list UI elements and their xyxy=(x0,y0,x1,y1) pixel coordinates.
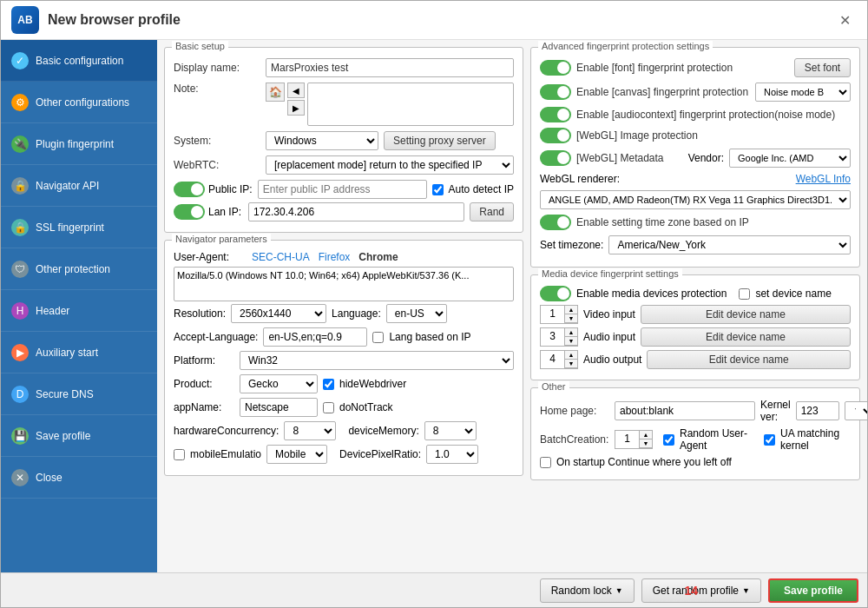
audio-output-up-btn[interactable]: ▲ xyxy=(565,351,577,360)
appname-input[interactable] xyxy=(240,398,318,417)
random-lock-arrow: ▼ xyxy=(615,586,623,595)
audio-toggle[interactable] xyxy=(540,107,571,122)
video-down-btn[interactable]: ▼ xyxy=(565,314,577,323)
home-page-input[interactable] xyxy=(615,401,755,420)
language-select[interactable]: en-US xyxy=(386,304,447,323)
audio-output-edit-btn[interactable]: Edit device name xyxy=(647,350,851,369)
note-label: Note: xyxy=(174,83,260,95)
ua-textarea[interactable]: Mozilla/5.0 (Windows NT 10.0; Win64; x64… xyxy=(174,267,514,301)
lang-based-ip-cb[interactable] xyxy=(372,332,384,343)
media-enable-toggle[interactable] xyxy=(540,286,571,301)
setting-proxy-btn[interactable]: Setting proxy server xyxy=(384,131,496,150)
vendor-select[interactable]: Google Inc. (AMD xyxy=(729,149,851,168)
dialog: AB New browser profile ✕ ✓ Basic configu… xyxy=(0,0,868,608)
set-font-btn[interactable]: Set font xyxy=(794,58,851,77)
sidebar-item-save[interactable]: 💾 Save profile xyxy=(1,415,157,457)
webrtc-select[interactable]: [replacement mode] return to the specifi… xyxy=(266,155,514,175)
right-panel: Advanced fingerprint protection settings… xyxy=(530,47,860,565)
close-button[interactable]: ✕ xyxy=(832,8,857,32)
home-page-label: Home page: xyxy=(540,405,609,417)
hide-webdriver-cb[interactable] xyxy=(323,379,334,390)
do-not-track-cb[interactable] xyxy=(323,402,334,413)
audio-output-down-btn[interactable]: ▼ xyxy=(565,360,577,368)
dm-select[interactable]: 8 xyxy=(424,421,477,440)
public-ip-toggle[interactable] xyxy=(174,182,205,197)
firefox-link[interactable]: Firefox xyxy=(319,251,351,263)
note-textarea[interactable] xyxy=(307,83,514,126)
tz-select[interactable]: America/New_York xyxy=(608,235,851,254)
sidebar-item-ssl[interactable]: 🔒 SSL fingerprint xyxy=(1,207,157,248)
kernel-ver-label: Kernel ver: xyxy=(760,399,791,423)
audio-input-label: Audio input xyxy=(583,331,635,343)
home-page-row: Home page: Kernel ver: ▼ xyxy=(540,399,851,423)
public-ip-input[interactable] xyxy=(258,180,427,199)
webgl-meta-toggle[interactable] xyxy=(540,150,571,166)
sidebar-item-label: Other protection xyxy=(36,263,110,275)
webrtc-label: WebRTC: xyxy=(174,159,260,171)
dpr-select[interactable]: 1.0 xyxy=(426,445,478,464)
font-toggle[interactable] xyxy=(540,60,571,76)
accept-lang-input[interactable] xyxy=(263,327,367,347)
canvas-toggle[interactable] xyxy=(540,84,571,100)
rand-btn[interactable]: Rand xyxy=(470,202,514,221)
note-arrow-right-btn[interactable]: ▶ xyxy=(287,100,305,116)
hw-select[interactable]: 8 xyxy=(284,421,336,440)
sidebar-item-header[interactable]: H Header xyxy=(1,290,157,332)
batch-up-btn[interactable]: ▲ xyxy=(640,431,652,439)
sidebar-item-navigator[interactable]: 🔒 Navigator API xyxy=(1,165,157,207)
ssl-icon: 🔒 xyxy=(11,219,29,236)
note-home-btn[interactable]: 🏠 xyxy=(266,83,285,102)
webgl-renderer-select[interactable]: ANGLE (AMD, AMD Radeon(TM) RX Vega 11 Gr… xyxy=(540,190,851,209)
lan-ip-toggle[interactable] xyxy=(174,204,205,220)
audio-input-up-btn[interactable]: ▲ xyxy=(565,328,577,337)
random-lock-btn[interactable]: Random lock ▼ xyxy=(540,578,635,603)
resolution-select[interactable]: 2560x1440 xyxy=(231,304,326,323)
get-random-profile-btn[interactable]: Get random profile ▼ xyxy=(641,578,761,603)
sidebar-item-other-config[interactable]: ⚙ Other configurations xyxy=(1,82,157,123)
batch-arrows: ▲ ▼ xyxy=(640,431,652,448)
display-name-input[interactable] xyxy=(266,58,514,77)
badge-count: 14 xyxy=(684,584,698,598)
random-ua-cb[interactable] xyxy=(663,434,674,446)
lan-ip-input[interactable] xyxy=(248,202,464,221)
sec-ch-ua-link[interactable]: SEC-CH-UA xyxy=(252,251,310,263)
webgl-info-link[interactable]: WebGL Info xyxy=(796,173,851,185)
audio-input-down-btn[interactable]: ▼ xyxy=(565,337,577,346)
resolution-label: Resolution: xyxy=(174,307,226,320)
audio-input-stepper: 3 ▲ ▼ xyxy=(540,327,578,347)
save-profile-btn[interactable]: Save profile xyxy=(768,578,858,603)
sidebar-item-basic[interactable]: ✓ Basic configuration xyxy=(1,40,157,82)
webgl-img-toggle[interactable] xyxy=(540,128,571,143)
tz-toggle[interactable] xyxy=(540,215,571,230)
sidebar-item-close[interactable]: ✕ Close xyxy=(1,457,157,499)
video-edit-btn[interactable]: Edit device name xyxy=(641,305,851,324)
sidebar-item-dns[interactable]: D Secure DNS xyxy=(1,373,157,415)
product-select[interactable]: Gecko xyxy=(240,374,318,393)
note-arrow-left-btn[interactable]: ◀ xyxy=(287,83,305,98)
kernel-ver-input[interactable] xyxy=(796,401,839,420)
webgl-meta-label: [WebGL] Metadata xyxy=(576,152,683,164)
video-up-btn[interactable]: ▲ xyxy=(565,306,577,314)
audio-input-edit-btn[interactable]: Edit device name xyxy=(641,327,851,347)
platform-select[interactable]: Win32 xyxy=(240,351,514,370)
startup-cb[interactable] xyxy=(540,457,551,468)
appname-row: appName: doNotTrack xyxy=(174,398,514,417)
mobile-emulation-cb[interactable] xyxy=(174,449,185,460)
sidebar-item-aux[interactable]: ▶ Auxiliary start xyxy=(1,332,157,373)
webgl-img-row: [WebGL] Image protection xyxy=(540,128,851,143)
system-select[interactable]: Windows xyxy=(266,131,378,150)
left-panel: Basic setup Display name: Note: 🏠 ◀ xyxy=(164,47,523,565)
sidebar-item-label: Header xyxy=(36,305,69,317)
sidebar-item-other-prot[interactable]: 🛡 Other protection xyxy=(1,248,157,290)
noise-select[interactable]: Noise mode B xyxy=(755,83,851,102)
batch-down-btn[interactable]: ▼ xyxy=(640,439,652,448)
kernel-select[interactable]: ▼ xyxy=(845,401,867,420)
auto-detect-checkbox[interactable] xyxy=(432,184,444,195)
mobile-select[interactable]: Mobile xyxy=(266,445,327,464)
basic-setup-title: Basic setup xyxy=(172,41,228,51)
ua-matching-cb[interactable] xyxy=(764,434,775,446)
sidebar-item-plugin[interactable]: 🔌 Plugin fingerprint xyxy=(1,123,157,165)
auto-detect-label: Auto detect IP xyxy=(449,183,514,195)
set-device-name-cb[interactable] xyxy=(739,288,750,300)
chrome-link[interactable]: Chrome xyxy=(358,251,398,263)
